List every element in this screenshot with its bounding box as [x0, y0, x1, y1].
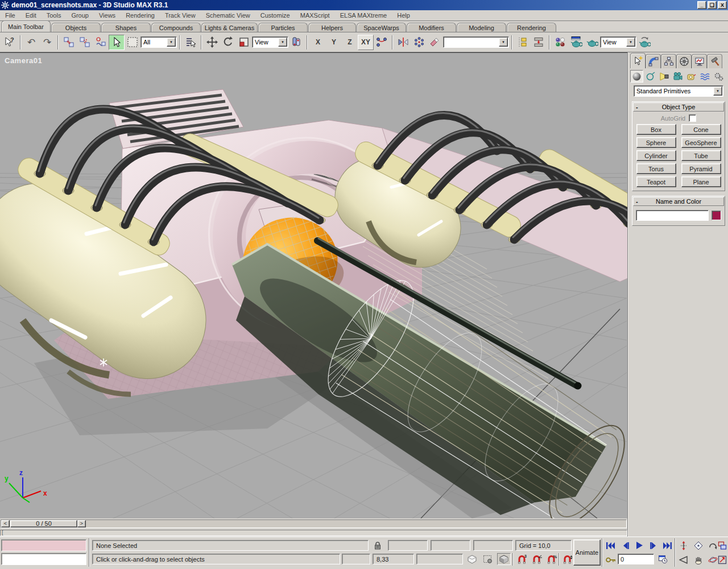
add-time-tag-field[interactable] [416, 554, 463, 564]
menu-rendering[interactable]: Rendering [121, 11, 160, 20]
menu-customize[interactable]: Customize [255, 11, 295, 20]
lights-category-button[interactable] [657, 70, 671, 83]
key-mode-toggle-button[interactable] [604, 554, 618, 566]
dropdown-arrow-icon[interactable]: ▼ [167, 38, 176, 47]
select-and-move-button[interactable] [204, 35, 220, 50]
min-max-toggle-button[interactable] [718, 554, 727, 566]
redo-button[interactable]: ↷ [39, 35, 55, 50]
tab-display[interactable] [692, 54, 707, 68]
select-and-link-button[interactable] [61, 35, 77, 50]
selected-subobject-button[interactable] [481, 553, 495, 565]
tab-objects[interactable]: Objects [51, 23, 101, 32]
schematic-view-button[interactable] [531, 35, 547, 50]
geometry-category-button[interactable] [630, 70, 643, 83]
menu-elsa-maxtreme[interactable]: ELSA MAXtreme [335, 11, 392, 20]
track-view-button[interactable] [515, 35, 531, 50]
helpers-category-button[interactable] [685, 70, 698, 83]
coord-x-display[interactable] [388, 540, 428, 551]
array-button[interactable] [411, 35, 427, 50]
dolly-camera-button[interactable] [677, 539, 690, 551]
torus-button[interactable]: Torus [636, 163, 676, 174]
dropdown-arrow-icon[interactable]: ▼ [626, 38, 635, 47]
restrict-x-button[interactable]: X [310, 35, 326, 50]
dropdown-arrow-icon[interactable]: ▼ [713, 86, 722, 96]
region-select-button[interactable] [125, 35, 140, 50]
mirror-button[interactable] [395, 35, 411, 50]
material-editor-button[interactable] [552, 35, 568, 50]
unlink-button[interactable] [77, 35, 93, 50]
tab-particles[interactable]: Particles [258, 23, 308, 32]
time-slider-next-arrow[interactable]: > [77, 520, 86, 527]
current-frame-field[interactable]: 0 [618, 554, 654, 564]
time-configuration-button[interactable] [656, 553, 669, 565]
bind-to-spacewarp-button[interactable] [93, 35, 109, 50]
coord-z-display[interactable] [473, 540, 513, 551]
degradation-override-button[interactable] [465, 553, 479, 565]
selection-filter-dropdown[interactable]: All ▼ [140, 36, 177, 48]
teapot-button[interactable]: Teapot [636, 176, 676, 187]
object-type-rollout-header[interactable]: - Object Type [633, 102, 724, 112]
tab-spacewarps[interactable]: SpaceWarps [357, 23, 406, 32]
tab-modeling[interactable]: Modeling [457, 23, 506, 32]
named-selection-dropdown[interactable]: ▼ [443, 36, 509, 48]
help-mode-button[interactable]: ? [2, 35, 18, 50]
menu-group[interactable]: Group [66, 11, 94, 20]
select-object-button[interactable] [109, 35, 125, 50]
cameras-category-button[interactable] [671, 70, 684, 83]
time-slider-prev-arrow[interactable]: < [1, 520, 10, 527]
close-button[interactable]: X [718, 1, 727, 9]
menu-schematic-view[interactable]: Schematic View [201, 11, 255, 20]
angle-snap-button[interactable] [530, 553, 544, 565]
name-color-rollout-header[interactable]: - Name and Color [633, 197, 724, 206]
track-bar-strip[interactable]: [ [0, 530, 627, 536]
tab-lights-cameras[interactable]: Lights & Cameras [201, 23, 258, 32]
tube-button[interactable]: Tube [681, 150, 721, 161]
camera-viewport[interactable]: z y x Camera01 [0, 52, 627, 518]
tab-shapes[interactable]: Shapes [101, 23, 151, 32]
coord-y-display[interactable] [431, 540, 470, 551]
viewport-label[interactable]: Camera01 [5, 56, 42, 65]
viewport-layout-button[interactable] [718, 539, 727, 551]
select-and-scale-button[interactable] [236, 35, 252, 50]
field-of-view-button[interactable] [677, 554, 690, 566]
selection-lock-button[interactable] [371, 539, 384, 551]
menu-file[interactable]: File [0, 11, 20, 20]
object-color-swatch[interactable] [712, 211, 721, 220]
tab-hierarchy[interactable] [661, 54, 676, 68]
menu-views[interactable]: Views [94, 11, 121, 20]
tab-rendering[interactable]: Rendering [507, 23, 556, 32]
menu-track-view[interactable]: Track View [160, 11, 201, 20]
tab-modify[interactable] [646, 54, 661, 68]
tab-spacewarps0[interactable]: Helpers [308, 23, 356, 32]
maxscript-listener-white[interactable] [1, 553, 86, 565]
reference-coordinate-dropdown[interactable]: View ▼ [252, 36, 288, 48]
autogrid-checkbox[interactable] [689, 114, 696, 122]
plane-button[interactable]: Plane [681, 176, 721, 187]
zoom-extents-all-button[interactable] [692, 539, 705, 551]
time-slider-thumb[interactable]: 0 / 50 [10, 520, 77, 527]
select-by-name-button[interactable] [183, 35, 198, 50]
sphere-button[interactable]: Sphere [636, 137, 676, 148]
render-scene-button[interactable] [568, 35, 584, 50]
animate-button[interactable]: Animate [573, 539, 601, 566]
geosphere-button[interactable]: GeoSphere [681, 137, 721, 148]
time-slider-track[interactable]: < 0 / 50 > [1, 519, 627, 528]
render-type-dropdown[interactable]: View ▼ [600, 36, 636, 48]
dropdown-arrow-icon[interactable]: ▼ [278, 38, 287, 47]
play-animation-button[interactable] [632, 539, 646, 551]
tab-utilities[interactable] [707, 54, 722, 68]
menu-help[interactable]: Help [392, 11, 415, 20]
tab-modifiers[interactable]: Modifiers [407, 23, 456, 32]
restrict-z-button[interactable]: Z [342, 35, 358, 50]
menu-edit[interactable]: Edit [20, 11, 42, 20]
menu-maxscript[interactable]: MAXScript [295, 11, 335, 20]
restore-button[interactable]: ❏ [708, 1, 717, 9]
go-to-end-button[interactable] [660, 539, 674, 551]
object-name-input[interactable] [636, 210, 709, 221]
cone-button[interactable]: Cone [681, 124, 721, 135]
tab-main-toolbar[interactable]: Main Toolbar [1, 20, 51, 32]
minimize-button[interactable]: _ [697, 1, 706, 9]
tab-compounds[interactable]: Compounds [151, 23, 201, 32]
select-and-rotate-button[interactable] [220, 35, 236, 50]
pyramid-button[interactable]: Pyramid [681, 163, 721, 174]
